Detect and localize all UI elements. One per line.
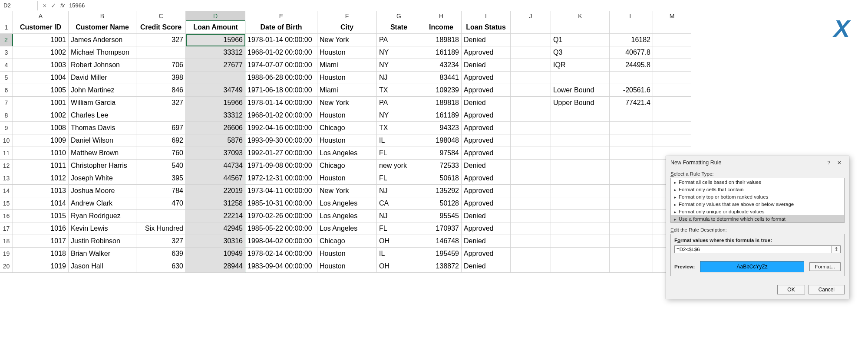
cell-B7[interactable]: William Garcia	[69, 97, 136, 109]
cell-B9[interactable]: Thomas Davis	[69, 122, 136, 134]
cell-G16[interactable]: NJ	[377, 210, 421, 222]
cell-I10[interactable]: Approved	[462, 134, 511, 147]
cell-F16[interactable]: Los Angeles	[317, 210, 377, 222]
cell-D3[interactable]: 33312	[186, 46, 245, 59]
row-header-13[interactable]: 13	[0, 172, 13, 185]
cell-D12[interactable]: 44734	[186, 160, 245, 172]
cell-E16[interactable]: 1970-02-26 00:00:00	[245, 210, 317, 222]
select-all-corner[interactable]	[0, 11, 13, 21]
cell-L1[interactable]	[610, 21, 653, 34]
cell-E2[interactable]: 1978-01-14 00:00:00	[245, 34, 317, 46]
cell-B6[interactable]: John Martinez	[69, 84, 136, 97]
cell-C19[interactable]: 639	[136, 248, 186, 260]
cell-H20[interactable]: 138872	[421, 260, 462, 273]
cell-I20[interactable]: Denied	[462, 260, 511, 273]
cell-E1[interactable]: Date of Birth	[245, 21, 317, 34]
cell-D11[interactable]: 37093	[186, 147, 245, 160]
cell-A14[interactable]: 1013	[13, 185, 69, 197]
cell-K12[interactable]	[551, 160, 610, 172]
formula-rule-input[interactable]	[674, 245, 832, 253]
col-header-B[interactable]: B	[69, 11, 136, 21]
cell-B10[interactable]: Daniel Wilson	[69, 134, 136, 147]
cell-E8[interactable]: 1968-01-02 00:00:00	[245, 109, 317, 122]
cell-L11[interactable]	[610, 147, 653, 160]
cell-J16[interactable]	[511, 210, 551, 222]
cell-J9[interactable]	[511, 122, 551, 134]
cell-B3[interactable]: Michael Thompson	[69, 46, 136, 59]
cell-F10[interactable]: Houston	[317, 134, 377, 147]
cell-M2[interactable]	[653, 34, 691, 46]
cell-A7[interactable]: 1001	[13, 97, 69, 109]
cell-K17[interactable]	[551, 222, 610, 235]
cell-L10[interactable]	[610, 134, 653, 147]
cell-E19[interactable]: 1978-02-14 00:00:00	[245, 248, 317, 260]
cell-D19[interactable]: 10949	[186, 248, 245, 260]
cell-I6[interactable]: Approved	[462, 84, 511, 97]
cell-D5[interactable]	[186, 72, 245, 84]
cell-C2[interactable]: 327	[136, 34, 186, 46]
cell-K5[interactable]	[551, 72, 610, 84]
col-header-A[interactable]: A	[13, 11, 69, 21]
cell-B2[interactable]: James Anderson	[69, 34, 136, 46]
cell-K10[interactable]	[551, 134, 610, 147]
rule-type-option[interactable]: Format only values that are above or bel…	[671, 200, 844, 208]
row-header-8[interactable]: 8	[0, 109, 13, 122]
rule-type-option[interactable]: Format only cells that contain	[671, 186, 844, 193]
cell-E12[interactable]: 1971-09-08 00:00:00	[245, 160, 317, 172]
row-header-16[interactable]: 16	[0, 210, 13, 222]
col-header-M[interactable]: M	[653, 11, 691, 21]
cell-C17[interactable]: Six Hundred	[136, 222, 186, 235]
cell-I13[interactable]: Approved	[462, 172, 511, 185]
cell-J10[interactable]	[511, 134, 551, 147]
cell-C18[interactable]: 327	[136, 235, 186, 248]
cell-L12[interactable]	[610, 160, 653, 172]
cell-K6[interactable]: Lower Bound	[551, 84, 610, 97]
cell-C10[interactable]: 692	[136, 134, 186, 147]
cell-L14[interactable]	[610, 185, 653, 197]
cell-L3[interactable]: 40677.8	[610, 46, 653, 59]
cell-F17[interactable]: Los Angeles	[317, 222, 377, 235]
cell-K16[interactable]	[551, 210, 610, 222]
cell-G19[interactable]: IL	[377, 248, 421, 260]
cell-M3[interactable]	[653, 46, 691, 59]
cell-M8[interactable]	[653, 109, 691, 122]
cell-I5[interactable]: Approved	[462, 72, 511, 84]
cell-I2[interactable]: Denied	[462, 34, 511, 46]
cell-B11[interactable]: Matthew Brown	[69, 147, 136, 160]
cell-L17[interactable]	[610, 222, 653, 235]
cell-E15[interactable]: 1985-10-31 00:00:00	[245, 197, 317, 210]
cell-D14[interactable]: 22019	[186, 185, 245, 197]
row-header-20[interactable]: 20	[0, 260, 13, 273]
format-button[interactable]: Format...	[809, 262, 841, 271]
cell-I19[interactable]: Approved	[462, 248, 511, 260]
cell-B4[interactable]: Robert Johnson	[69, 59, 136, 72]
cell-M1[interactable]	[653, 21, 691, 34]
col-header-F[interactable]: F	[317, 11, 377, 21]
cell-B8[interactable]: Charles Lee	[69, 109, 136, 122]
rule-type-option[interactable]: Use a formula to determine which cells t…	[671, 215, 844, 222]
cell-C5[interactable]: 398	[136, 72, 186, 84]
cell-K19[interactable]	[551, 248, 610, 260]
cell-F20[interactable]: Houston	[317, 260, 377, 273]
cell-L13[interactable]	[610, 172, 653, 185]
cell-G2[interactable]: PA	[377, 34, 421, 46]
cell-G1[interactable]: State	[377, 21, 421, 34]
cell-K1[interactable]	[551, 21, 610, 34]
cell-I15[interactable]: Approved	[462, 197, 511, 210]
cell-I17[interactable]: Approved	[462, 222, 511, 235]
cell-J17[interactable]	[511, 222, 551, 235]
cell-J8[interactable]	[511, 109, 551, 122]
cell-G15[interactable]: CA	[377, 197, 421, 210]
cell-J6[interactable]	[511, 84, 551, 97]
cell-E20[interactable]: 1983-09-04 00:00:00	[245, 260, 317, 273]
cell-D18[interactable]: 30316	[186, 235, 245, 248]
cell-C7[interactable]: 327	[136, 97, 186, 109]
cell-L9[interactable]	[610, 122, 653, 134]
cell-L20[interactable]	[610, 260, 653, 273]
cell-L5[interactable]	[610, 72, 653, 84]
row-header-11[interactable]: 11	[0, 147, 13, 160]
cell-A4[interactable]: 1003	[13, 59, 69, 72]
cell-J12[interactable]	[511, 160, 551, 172]
formula-input[interactable]	[67, 1, 866, 10]
cell-I4[interactable]: Denied	[462, 59, 511, 72]
